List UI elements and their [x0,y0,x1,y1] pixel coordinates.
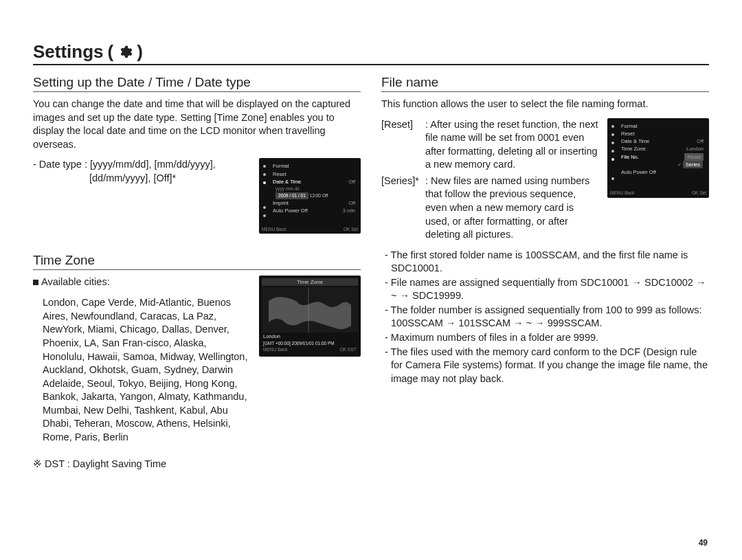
list-item: - The folder number is assigned sequenti… [381,304,709,331]
paren-open: ( [108,41,114,63]
world-map-icon [262,287,358,333]
menu-item-selected: Date & TimeOff [273,178,356,186]
menu-item: Date & TimeOff [621,137,704,145]
page: Settings ( ) Setting up the Date / Time … [0,0,742,560]
right-column: File name This function allows the user … [381,72,709,478]
date-menu-screenshot: Format Reset Date & TimeOff yyyy mm dd 2… [259,158,361,234]
menu-item: Format [621,122,704,130]
menu-sub: 2009 / 01 / 01 13:00 Off [273,192,356,199]
def-reset: [Reset] : After using the reset function… [381,118,599,172]
datetype-text: - Date type : [yyyy/mm/dd], [mm/dd/yyyy]… [33,158,251,234]
def-val: : New files are named using numbers that… [425,175,599,242]
menu-footer: MENU BackOK Set [610,190,706,197]
tz-header: Time Zone [262,278,358,286]
section-timezone: Time Zone [33,253,361,270]
list-item: - The first stored folder name is 100SSC… [381,249,709,276]
menu-item: Reset [273,170,356,178]
menu-item: Time ZoneLondon [621,145,704,153]
page-title: Settings [33,41,104,63]
tz-gmt: [GMT +00:00] 2009/01/01 01:00 PM [262,340,358,346]
columns: Setting up the Date / Time / Date type Y… [33,72,709,478]
datetype-line1: - Date type : [yyyy/mm/dd], [mm/dd/yyyy]… [33,158,251,172]
left-column: Setting up the Date / Time / Date type Y… [33,72,361,478]
list-item: - Maximum numbers of files in a folder a… [381,331,709,345]
square-bullet-icon [33,280,38,285]
gear-icon [117,45,133,60]
datetype-line2: [dd/mm/yyyy], [Off]* [33,172,251,186]
menu-sub: yyyy mm dd [273,186,356,192]
tz-footer: MENU BackOK DST [262,346,358,352]
menu-item: ImprintOff [273,199,356,207]
def-key: [Reset] [381,118,421,172]
list-item: - File names are assigned sequentially f… [381,276,709,303]
page-number: 49 [699,538,708,548]
date-time-para: You can change the date and time that wi… [33,98,361,151]
def-val: : After using the reset function, the ne… [425,118,599,172]
paren-close: ) [137,41,143,63]
filename-menu-screenshot: Format Reset Date & TimeOff Time ZoneLon… [607,118,709,198]
menu-item: Reset [621,130,704,137]
timezone-section: Time Zone Available cities: Time Zone Lo… [33,253,361,471]
menu-item: Format [273,162,356,170]
avail-label: Available cities: [33,276,251,289]
datetype-row: - Date type : [yyyy/mm/dd], [mm/dd/yyyy]… [33,158,361,234]
section-date-time: Setting up the Date / Time / Date type [33,75,361,92]
filename-defs: [Reset] : After using the reset function… [381,118,599,245]
filename-intro: This function allows the user to select … [381,98,709,111]
title-row: Settings ( ) [33,41,709,65]
timezone-screenshot: Time Zone London [GMT +00:00] 2009/01/01… [259,276,361,357]
def-series: [Series]* : New files are named using nu… [381,175,599,242]
bullet-list: - The first stored folder name is 100SSC… [381,249,709,386]
menu-item: Auto Power Off3 min [273,207,356,214]
tz-city: London [262,333,358,340]
filename-row: [Reset] : After using the reset function… [381,118,709,245]
menu-item: Auto Power Off [621,168,704,176]
menu-opt: ✓ Series [621,161,704,168]
list-item: - The files used with the memory card co… [381,346,709,386]
menu-item-selected: File No.Reset [621,153,704,161]
menu-footer: MENU BackOK Set [262,226,358,233]
dst-note: ※ DST : Daylight Saving Time [33,458,361,471]
section-filename: File name [381,75,709,92]
def-key: [Series]* [381,175,421,242]
